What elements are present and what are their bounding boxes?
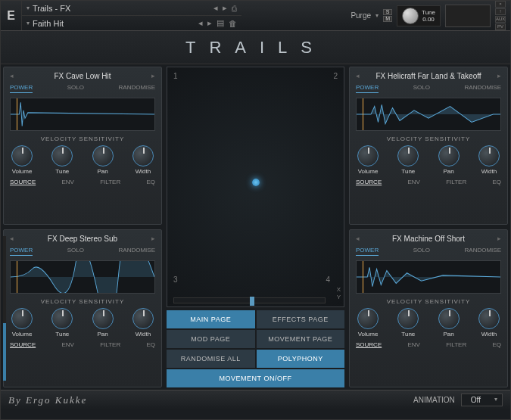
env-tab[interactable]: ENV xyxy=(407,179,419,185)
width-knob[interactable] xyxy=(132,308,154,329)
filter-tab[interactable]: FILTER xyxy=(100,341,120,348)
polyphony-button[interactable]: POLYPHONY xyxy=(257,350,345,368)
header-right: Purge ▾ S M Tune 0.00 × ! AUX PV xyxy=(241,1,510,30)
volume-knob[interactable] xyxy=(11,145,33,166)
width-label: Width xyxy=(481,168,497,175)
left-column: FX Cave Low Hit POWER SOLO RANDOMISE VEL… xyxy=(1,64,164,390)
solo-tab[interactable]: SOLO xyxy=(67,84,84,93)
mod-page-button[interactable]: MOD PAGE xyxy=(167,330,255,348)
filter-tab[interactable]: FILTER xyxy=(446,179,466,185)
level-meter xyxy=(3,236,6,381)
preset-row[interactable]: ▾ Faith Hit ◂ ▸ ▤ 🗑 xyxy=(22,16,241,30)
volume-knob[interactable] xyxy=(357,145,379,166)
pan-knob[interactable] xyxy=(438,145,460,166)
pan-knob[interactable] xyxy=(92,145,114,166)
volume-label: Volume xyxy=(358,168,379,175)
width-knob[interactable] xyxy=(478,145,500,166)
waveform-display[interactable] xyxy=(10,98,155,131)
play-cursor xyxy=(17,98,17,130)
solo-tab[interactable]: SOLO xyxy=(413,247,430,256)
snapshot-icon[interactable]: ⎙ xyxy=(232,4,237,13)
eq-tab[interactable]: EQ xyxy=(492,341,501,348)
filter-tab[interactable]: FILTER xyxy=(446,341,466,348)
width-knob[interactable] xyxy=(132,145,154,166)
randomise-all-button[interactable]: RANDOMISE ALL xyxy=(167,350,255,368)
purge-dropdown-icon[interactable]: ▾ xyxy=(375,12,379,19)
eq-tab[interactable]: EQ xyxy=(146,179,155,185)
waveform-display[interactable] xyxy=(10,260,155,294)
close-icon[interactable]: × xyxy=(495,1,506,8)
volume-knob[interactable] xyxy=(11,308,33,329)
save-icon[interactable]: ▤ xyxy=(217,18,224,28)
next-icon[interactable]: ▸ xyxy=(207,18,212,28)
randomise-tab[interactable]: RANDOMISE xyxy=(465,84,501,93)
xy-pad[interactable]: 1 2 3 4 X Y xyxy=(167,67,344,307)
pan-label: Pan xyxy=(98,168,108,175)
waveform-display[interactable] xyxy=(356,260,501,294)
width-knob[interactable] xyxy=(478,308,500,329)
solo-button[interactable]: S xyxy=(383,9,392,15)
pan-knob[interactable] xyxy=(92,308,114,329)
pan-knob[interactable] xyxy=(438,308,460,329)
delete-icon[interactable]: 🗑 xyxy=(229,19,237,28)
env-tab[interactable]: ENV xyxy=(61,179,73,185)
aux-icon[interactable]: AUX xyxy=(495,16,506,23)
corner-2: 2 xyxy=(333,72,338,80)
power-tab[interactable]: POWER xyxy=(356,247,379,256)
main-page-button[interactable]: MAIN PAGE xyxy=(167,310,255,328)
effects-page-button[interactable]: EFFECTS PAGE xyxy=(257,310,345,328)
tune-knob[interactable] xyxy=(397,145,419,166)
randomise-tab[interactable]: RANDOMISE xyxy=(119,84,155,93)
output-meter[interactable] xyxy=(445,5,491,27)
power-tab[interactable]: POWER xyxy=(10,247,33,256)
preset-name: Faith Hit xyxy=(33,19,195,28)
filter-tab[interactable]: FILTER xyxy=(100,179,120,185)
volume-label: Volume xyxy=(12,168,33,175)
pan-label: Pan xyxy=(444,331,454,338)
animation-select[interactable]: Off xyxy=(461,394,503,406)
env-tab[interactable]: ENV xyxy=(61,341,73,348)
source-tab[interactable]: SOURCE xyxy=(10,341,36,348)
purge-label[interactable]: Purge xyxy=(351,11,371,20)
movement-page-button[interactable]: MOVEMENT PAGE xyxy=(257,330,345,348)
eq-tab[interactable]: EQ xyxy=(492,179,501,185)
footer: By Ergo Kukke ANIMATION Off xyxy=(1,390,510,409)
mute-button[interactable]: M xyxy=(383,16,392,22)
tune-knob[interactable] xyxy=(51,308,73,329)
source-tab[interactable]: SOURCE xyxy=(356,179,382,185)
solo-tab[interactable]: SOLO xyxy=(413,84,430,93)
solo-tab[interactable]: SOLO xyxy=(67,247,84,256)
tune-block: Tune 0.00 xyxy=(397,5,441,26)
power-tab[interactable]: POWER xyxy=(10,84,33,93)
x-slider[interactable] xyxy=(173,297,326,303)
power-tab[interactable]: POWER xyxy=(356,84,379,93)
tune-label: Tune xyxy=(401,168,415,175)
pv-icon[interactable]: PV xyxy=(495,23,506,30)
env-tab[interactable]: ENV xyxy=(407,341,419,348)
waveform-display[interactable] xyxy=(356,98,501,131)
randomise-tab[interactable]: RANDOMISE xyxy=(119,247,155,256)
movement-toggle-button[interactable]: MOVEMENT ON/OFF xyxy=(167,369,344,387)
eq-tab[interactable]: EQ xyxy=(146,341,155,348)
volume-knob[interactable] xyxy=(357,308,379,329)
panel-title[interactable]: FX Deep Stereo Sub xyxy=(10,233,155,244)
minimize-icon[interactable]: ! xyxy=(495,8,506,15)
prev-icon[interactable]: ◂ xyxy=(198,18,203,28)
next-icon[interactable]: ▸ xyxy=(223,3,227,13)
source-tab[interactable]: SOURCE xyxy=(10,179,36,185)
xy-handle[interactable] xyxy=(252,179,260,186)
velsens-label: VELOCITY SENSITIVITY xyxy=(10,297,155,305)
source-tab[interactable]: SOURCE xyxy=(356,341,382,348)
tune-knob[interactable] xyxy=(51,145,73,166)
instrument-row[interactable]: ▾ Trails - FX ◂ ▸ ⎙ xyxy=(22,1,241,16)
window-buttons: × ! AUX PV xyxy=(495,1,506,30)
panel-title[interactable]: FX Helicraft Far Land & Takeoff xyxy=(356,70,501,82)
tune-value: 0.00 xyxy=(422,16,435,23)
tune-knob[interactable] xyxy=(402,8,419,24)
panel-title[interactable]: FX Machine Off Short xyxy=(356,233,501,244)
tune-knob[interactable] xyxy=(397,308,419,329)
prev-icon[interactable]: ◂ xyxy=(213,3,218,13)
panel-title[interactable]: FX Cave Low Hit xyxy=(10,70,155,82)
right-column: FX Helicraft Far Land & Takeoff POWER SO… xyxy=(347,64,510,390)
randomise-tab[interactable]: RANDOMISE xyxy=(465,247,501,256)
